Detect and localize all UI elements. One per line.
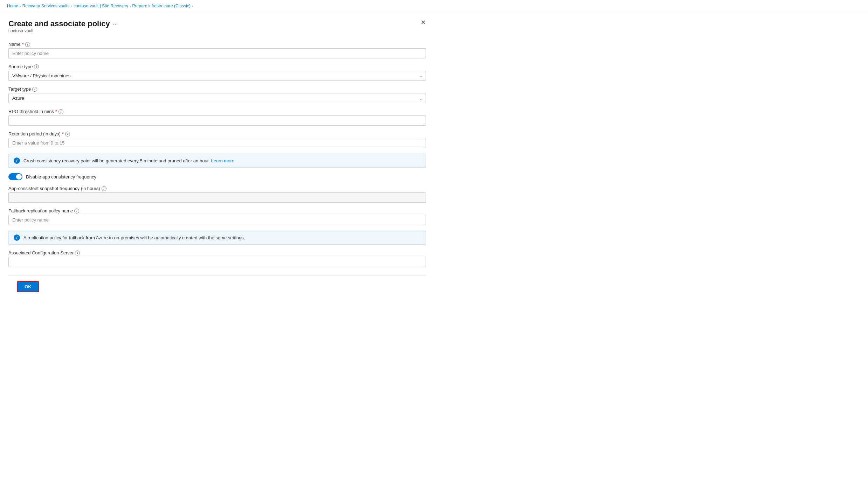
breadcrumb-prepare-infra[interactable]: Prepare infrastructure (Classic) (132, 3, 191, 8)
breadcrumb-sep-3: › (130, 4, 131, 8)
failback-banner: i A replication policy for failback from… (8, 231, 426, 245)
page-title: Create and associate policy (8, 19, 110, 28)
failback-input[interactable] (8, 215, 426, 225)
ok-button[interactable]: OK (17, 281, 39, 292)
retention-label: Retention period (in days) * i (8, 131, 426, 136)
breadcrumb-home[interactable]: Home (7, 3, 18, 8)
failback-label: Failback replication policy name i (8, 208, 426, 213)
form-footer: OK (8, 275, 426, 298)
target-type-wrapper: Azure ⌄ (8, 93, 426, 103)
target-type-field-group: Target type i Azure ⌄ (8, 86, 426, 103)
target-type-label: Target type i (8, 86, 426, 92)
retention-input[interactable] (8, 138, 426, 148)
toggle-label: Disable app consistency frequency (26, 174, 96, 180)
policy-form: Name * i Source type i VMware / Physical… (8, 42, 426, 267)
app-snapshot-info-icon[interactable]: i (102, 186, 106, 191)
name-required-indicator: * (22, 42, 24, 47)
app-snapshot-label: App-consistent snapshot frequency (in ho… (8, 186, 426, 191)
breadcrumb: Home › Recovery Services vaults › contos… (0, 0, 868, 12)
breadcrumb-sep-1: › (20, 4, 21, 8)
retention-required-indicator: * (62, 131, 64, 136)
close-button[interactable]: ✕ (421, 19, 426, 26)
config-server-field-group: Associated Configuration Server i contos… (8, 250, 426, 267)
failback-field-group: Failback replication policy name i (8, 208, 426, 225)
name-info-icon[interactable]: i (25, 42, 30, 47)
failback-banner-text: A replication policy for failback from A… (23, 235, 245, 240)
name-label: Name * i (8, 42, 426, 47)
retention-field-group: Retention period (in days) * i (8, 131, 426, 148)
source-type-select[interactable]: VMware / Physical machines Hyper-V (8, 71, 426, 81)
crash-banner-info-icon: i (14, 157, 20, 164)
rpo-info-icon[interactable]: i (58, 109, 63, 114)
app-snapshot-field-group: App-consistent snapshot frequency (in ho… (8, 186, 426, 203)
source-type-info-icon[interactable]: i (34, 64, 39, 69)
source-type-wrapper: VMware / Physical machines Hyper-V ⌄ (8, 71, 426, 81)
config-server-input[interactable]: contosoCS (8, 257, 426, 267)
app-consistency-toggle[interactable] (8, 173, 22, 180)
toggle-row: Disable app consistency frequency (8, 173, 426, 180)
toggle-slider (8, 173, 22, 180)
source-type-field-group: Source type i VMware / Physical machines… (8, 64, 426, 81)
config-server-info-icon[interactable]: i (75, 251, 80, 255)
rpo-label: RPO threshold in mins * i (8, 109, 426, 114)
target-type-select[interactable]: Azure (8, 93, 426, 103)
breadcrumb-sep-2: › (71, 4, 72, 8)
source-type-label: Source type i (8, 64, 426, 69)
breadcrumb-recovery-vaults[interactable]: Recovery Services vaults (22, 3, 70, 8)
breadcrumb-contoso-vault[interactable]: contoso-vault | Site Recovery (74, 3, 128, 8)
rpo-field-group: RPO threshold in mins * i 60 (8, 109, 426, 126)
crash-banner-learn-more-link[interactable]: Learn more (211, 158, 234, 163)
page-subtitle: contoso-vault (8, 28, 118, 33)
rpo-required-indicator: * (55, 109, 57, 114)
app-snapshot-input[interactable]: 0 (8, 192, 426, 203)
name-field-group: Name * i (8, 42, 426, 58)
rpo-input[interactable]: 60 (8, 115, 426, 126)
target-type-info-icon[interactable]: i (32, 87, 37, 92)
name-input[interactable] (8, 48, 426, 58)
retention-info-icon[interactable]: i (65, 132, 70, 136)
more-options-icon[interactable]: ··· (113, 21, 118, 27)
failback-info-icon[interactable]: i (74, 209, 79, 213)
breadcrumb-sep-4: › (192, 4, 193, 8)
crash-consistency-banner: i Crash consistency recovery point will … (8, 154, 426, 168)
config-server-label: Associated Configuration Server i (8, 250, 426, 255)
crash-banner-text: Crash consistency recovery point will be… (23, 158, 234, 163)
failback-banner-info-icon: i (14, 234, 20, 241)
